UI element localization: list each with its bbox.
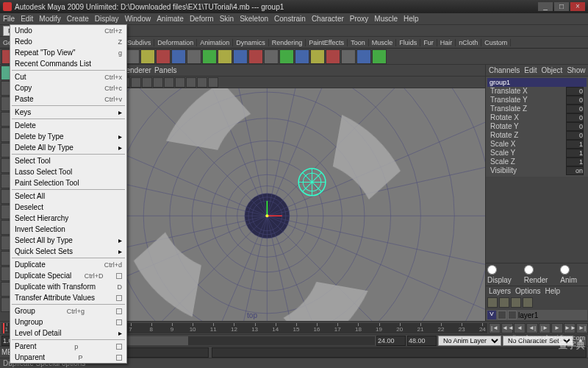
menu-item[interactable]: GroupCtrl+g (10, 305, 126, 316)
playback-button[interactable]: ◄| (526, 323, 538, 333)
menu-item[interactable]: Quick Select Sets▸ (10, 246, 126, 257)
shelf-button[interactable] (233, 49, 248, 64)
playback-button[interactable]: ► (551, 323, 563, 333)
menu-item[interactable]: DuplicateCtrl+d (10, 259, 126, 270)
viewport-tool-button[interactable] (131, 77, 141, 88)
shelf-tab[interactable]: Rendering (269, 39, 306, 46)
viewport-tool-button[interactable] (164, 77, 174, 88)
layer-row[interactable]: V layer1 (487, 310, 587, 320)
shelf-button[interactable] (356, 49, 371, 64)
viewport-tool-button[interactable] (142, 77, 152, 88)
shelf-button[interactable] (264, 49, 279, 64)
shelf-button[interactable] (372, 49, 387, 64)
shelf-tab[interactable]: Fur (420, 39, 437, 46)
layer-icon[interactable] (511, 297, 521, 308)
menu-item[interactable]: Duplicate with TransformD (10, 281, 126, 292)
menu-skin[interactable]: Skin (220, 15, 234, 23)
shelf-button[interactable] (218, 49, 232, 64)
shelf-tab[interactable]: Muscle (369, 39, 397, 46)
menu-item[interactable]: Delete (10, 120, 126, 131)
menu-item[interactable]: Paint Selection Tool (10, 177, 126, 188)
channel-tab[interactable]: Channels (489, 66, 520, 74)
attr-value-field[interactable] (566, 105, 584, 113)
shelf-button[interactable] (125, 49, 140, 64)
layer-state-toggle[interactable] (498, 311, 506, 319)
viewport-tool-button[interactable] (186, 77, 196, 88)
close-button[interactable]: × (570, 2, 585, 11)
shelf-tab[interactable]: Toon (348, 39, 369, 46)
attr-value-field[interactable] (566, 122, 584, 131)
menu-muscle[interactable]: Muscle (374, 15, 398, 23)
menu-item[interactable]: Invert Selection (10, 224, 126, 235)
viewport-tool-button[interactable] (175, 77, 185, 88)
playback-end-field[interactable] (376, 336, 406, 346)
shelf-tab[interactable]: Fluids (396, 39, 420, 46)
shelf-button[interactable] (140, 49, 155, 64)
attr-value-field[interactable] (566, 113, 584, 122)
selected-object-name[interactable]: group1 (487, 78, 587, 87)
shelf-button[interactable] (279, 49, 294, 64)
shelf-tab[interactable]: Dynamics (233, 39, 269, 46)
attr-value-field[interactable] (566, 87, 584, 96)
playback-button[interactable]: |◄ (489, 323, 501, 333)
attr-value-field[interactable] (566, 166, 584, 175)
menu-create[interactable]: Create (67, 15, 89, 23)
shelf-tab[interactable]: nCloth (456, 39, 481, 46)
selected-object-gizmo[interactable] (298, 169, 326, 196)
attr-value-field[interactable] (566, 158, 584, 166)
viewport-tool-button[interactable] (208, 77, 218, 88)
menu-item[interactable]: Select Tool (10, 155, 126, 166)
shelf-tab[interactable]: Subdivs (124, 39, 154, 46)
channel-tab[interactable]: Object (542, 66, 563, 74)
menu-item[interactable]: Transfer Attribute Values (10, 292, 126, 303)
shelf-tab[interactable]: Deformation (154, 39, 197, 46)
menu-item[interactable]: Duplicate SpecialCtrl+D (10, 270, 126, 281)
viewport-tool-button[interactable] (153, 77, 163, 88)
layer-tab[interactable]: Layers (489, 287, 511, 295)
attr-value-field[interactable] (566, 96, 584, 105)
menu-item[interactable]: Keys▸ (10, 107, 126, 118)
shelf-button[interactable] (295, 49, 309, 64)
playback-button[interactable]: |► (539, 323, 551, 333)
layer-tab[interactable]: Help (545, 287, 560, 295)
range-end-field[interactable] (407, 336, 437, 346)
menu-deform[interactable]: Deform (190, 15, 214, 23)
layer-visibility-toggle[interactable]: V (487, 311, 496, 319)
menu-item[interactable]: Delete All by Type▸ (10, 142, 126, 153)
menu-item[interactable]: PasteCtrl+v (10, 93, 126, 105)
menu-help[interactable]: Help (404, 15, 419, 23)
shelf-tab[interactable]: Hair (437, 39, 456, 46)
menu-item[interactable]: Repeat "Top View"g (10, 47, 126, 58)
channel-tab[interactable]: Edit (524, 66, 537, 74)
attr-value-field[interactable] (566, 131, 584, 140)
menu-item[interactable]: CopyCtrl+c (10, 82, 126, 93)
menu-window[interactable]: Window (125, 15, 151, 23)
menu-edit[interactable]: Edit (21, 15, 33, 23)
playback-button[interactable]: ◄◄ (501, 323, 513, 333)
menu-item[interactable]: Select All (10, 191, 126, 202)
display-radio[interactable]: Anim (560, 265, 587, 284)
menu-animate[interactable]: Animate (157, 15, 184, 23)
shelf-button[interactable] (326, 49, 340, 64)
shelf-button[interactable] (187, 49, 201, 64)
layer-icon[interactable] (487, 297, 498, 308)
menu-item[interactable]: UnparentP (10, 352, 126, 363)
shelf-button[interactable] (248, 49, 263, 64)
attr-value-field[interactable] (566, 140, 584, 149)
anim-layer-dropdown[interactable]: No Anim Layer (438, 336, 501, 346)
shelf-button[interactable] (171, 49, 186, 64)
menu-proxy[interactable]: Proxy (350, 15, 369, 23)
menu-item[interactable]: Ungroup (10, 316, 126, 328)
menu-item[interactable]: Deselect (10, 202, 126, 213)
menu-skeleton[interactable]: Skeleton (240, 15, 268, 23)
menu-character[interactable]: Character (312, 15, 344, 23)
menu-item[interactable]: Lasso Select Tool (10, 166, 126, 177)
menu-item[interactable]: UndoCtrl+z (10, 25, 126, 36)
menu-item[interactable]: Select All by Type▸ (10, 235, 126, 246)
menu-item[interactable]: RedoZ (10, 36, 126, 47)
menu-modify[interactable]: Modify (39, 15, 60, 23)
panel-menu-item[interactable]: Panels (154, 66, 177, 74)
menu-item[interactable]: Recent Commands List (10, 58, 126, 69)
display-radio[interactable]: Render (524, 265, 558, 284)
menu-item[interactable]: Parentp (10, 341, 126, 352)
